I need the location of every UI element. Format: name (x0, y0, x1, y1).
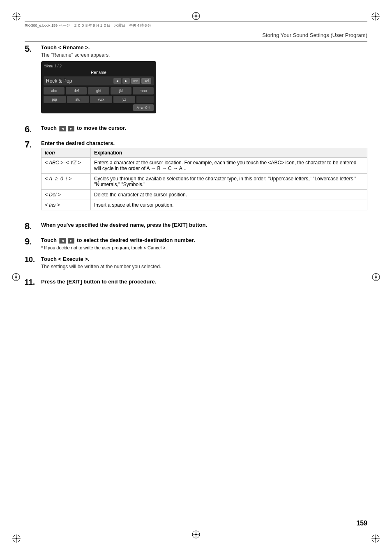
table-header-icon: Icon (42, 148, 91, 158)
rename-del-btn[interactable]: Del (141, 78, 151, 84)
key-empty (136, 96, 154, 103)
step-11-content: Press the [EXIT] button to end the proce… (41, 279, 367, 286)
left-center-mark (12, 272, 21, 283)
title-divider (25, 41, 367, 41)
table-cell-icon-3: < Del > (42, 190, 91, 200)
table-row: < Ins > Insert a space at the cursor pos… (42, 200, 367, 210)
left-arrow-icon: ◄ (59, 126, 66, 131)
right-arrow-icon-9: ► (68, 238, 75, 244)
rename-ins-btn[interactable]: Ins (131, 78, 140, 84)
table-cell-exp-4: Insert a space at the cursor position. (91, 200, 367, 210)
step-5-subtitle: The "Rename" screen appears. (41, 52, 367, 58)
svg-point-31 (195, 15, 197, 17)
step-10-content: Touch < Execute >. The settings will be … (41, 256, 367, 273)
rename-screen: 𝔐enu 1 / 2 Rename Rock & Pop ◄ ► Ins Del… (41, 61, 156, 113)
step-5-number: 5. (25, 44, 41, 54)
rename-btn-group: ◄ ► Ins Del (113, 78, 151, 84)
page-title: Storing Your Sound Settings (User Progra… (262, 32, 367, 38)
rename-keys-row-2: pqr stu vwx yz (44, 96, 154, 103)
step-5-title: Touch < Rename >. (41, 44, 367, 51)
step-7: 7. Enter the desired characters. Icon Ex… (25, 140, 367, 216)
key-pqr[interactable]: pqr (44, 96, 66, 103)
svg-point-3 (16, 16, 17, 17)
svg-point-11 (16, 538, 17, 539)
step-8-content: When you've specified the desired name, … (41, 222, 367, 230)
rename-cycle-btn[interactable]: A–a–0–! (133, 104, 154, 111)
rename-menu-text: 𝔐enu 1 / 2 (44, 64, 154, 69)
key-ghi[interactable]: ghi (88, 87, 109, 94)
table-cell-exp-1: Enters a character at the cursor locatio… (91, 158, 367, 174)
table-row: < A–a–0–! > Cycles you through the avail… (42, 174, 367, 190)
page-number: 159 (356, 520, 367, 527)
step-6: 6. Touch ◄► to move the cursor. (25, 125, 367, 134)
step-6-content: Touch ◄► to move the cursor. (41, 125, 367, 133)
step-10: 10. Touch < Execute >. The settings will… (25, 256, 367, 273)
step-8: 8. When you've specified the desired nam… (25, 222, 367, 231)
step-11-number: 11. (25, 279, 41, 286)
rename-label: Rename (44, 70, 154, 75)
left-arrow-icon-9: ◄ (59, 238, 66, 244)
top-center-mark (191, 12, 201, 22)
key-stu[interactable]: stu (67, 96, 89, 103)
right-center-mark (371, 272, 380, 283)
rename-keys-row-1: abc def ghi jkl mno (44, 87, 154, 94)
key-jkl[interactable]: jkl (111, 87, 131, 94)
step-7-content: Enter the desired characters. Icon Expla… (41, 140, 367, 216)
svg-point-27 (375, 276, 377, 278)
header-file-text: RK-300_e.book 159 ページ ２００８年９月１０日 水曜日 午後４… (25, 22, 151, 28)
table-cell-exp-3: Delete the character at the cursor posit… (91, 190, 367, 200)
table-cell-icon-2: < A–a–0–! > (42, 174, 91, 190)
table-cell-icon-1: < ABC >–< YZ > (42, 158, 91, 174)
step-5: 5. Touch < Rename >. The "Rename" screen… (25, 44, 367, 119)
key-yz[interactable]: yz (113, 96, 136, 103)
table-row: < ABC >–< YZ > Enters a character at the… (42, 158, 367, 174)
bottom-center-mark (191, 530, 201, 540)
key-abc[interactable]: abc (44, 87, 65, 94)
right-arrow-icon: ► (68, 126, 75, 131)
rename-input-row: Rock & Pop ◄ ► Ins Del (44, 76, 154, 85)
rename-screen-titlebar: 𝔐enu 1 / 2 (44, 64, 154, 69)
explanation-table: Icon Explanation < ABC >–< YZ > Enters a… (41, 148, 367, 210)
step-9-title: Touch ◄► to select the desired write-des… (41, 237, 367, 244)
main-content: 5. Touch < Rename >. The "Rename" screen… (25, 44, 367, 292)
rename-input-text: Rock & Pop (46, 78, 113, 84)
key-def[interactable]: def (66, 87, 87, 94)
step-9-number: 9. (25, 237, 41, 246)
step-5-content: Touch < Rename >. The "Rename" screen ap… (41, 44, 367, 119)
step-7-number: 7. (25, 140, 41, 150)
step-6-number: 6. (25, 125, 41, 134)
step-10-subtitle: The settings will be written at the numb… (41, 264, 367, 269)
header-bar: RK-300_e.book 159 ページ ２００８年９月１０日 水曜日 午後４… (25, 21, 367, 29)
svg-point-23 (15, 276, 17, 278)
table-header-explanation: Explanation (91, 148, 367, 158)
step-9: 9. Touch ◄► to select the desired write-… (25, 237, 367, 250)
reg-mark-tl (12, 12, 21, 21)
table-cell-exp-2: Cycles you through the available selecti… (91, 174, 367, 190)
step-8-number: 8. (25, 222, 41, 231)
step-9-content: Touch ◄► to select the desired write-des… (41, 237, 367, 250)
reg-mark-bl (12, 534, 21, 543)
step-10-title: Touch < Execute >. (41, 256, 367, 262)
svg-point-15 (375, 538, 376, 539)
key-vwx[interactable]: vwx (90, 96, 112, 103)
step-10-number: 10. (25, 256, 41, 263)
table-row: < Del > Delete the character at the curs… (42, 190, 367, 200)
rename-left-arrow-btn[interactable]: ◄ (113, 78, 121, 84)
step-7-title: Enter the desired characters. (41, 140, 367, 146)
svg-point-19 (195, 534, 197, 535)
rename-bottom-row: A–a–0–! (44, 104, 154, 111)
step-11: 11. Press the [EXIT] button to end the p… (25, 279, 367, 286)
rename-right-arrow-btn[interactable]: ► (122, 78, 130, 84)
svg-point-7 (375, 16, 376, 17)
step-11-title: Press the [EXIT] button to end the proce… (41, 279, 367, 285)
reg-mark-tr (371, 12, 380, 21)
table-cell-icon-4: < Ins > (42, 200, 91, 210)
step-9-note: * If you decide not to write the user pr… (41, 245, 367, 250)
step-8-title: When you've specified the desired name, … (41, 222, 367, 228)
reg-mark-br (371, 534, 380, 543)
step-6-title: Touch ◄► to move the cursor. (41, 125, 367, 131)
key-mno[interactable]: mno (133, 87, 154, 94)
